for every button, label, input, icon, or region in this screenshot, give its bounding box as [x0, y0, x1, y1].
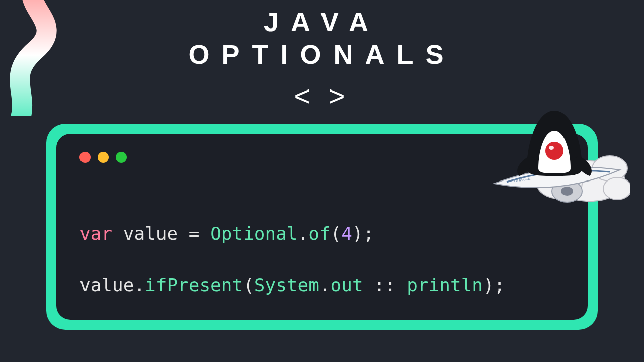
- code-card: var value = Optional.of(4); value.ifPres…: [56, 134, 588, 320]
- minimize-icon: [98, 152, 109, 163]
- zoom-icon: [116, 152, 127, 163]
- code-operator: =: [189, 223, 200, 244]
- code-class: Optional: [210, 223, 297, 244]
- title-line-1: JAVA: [0, 7, 644, 37]
- code-number: 4: [341, 223, 352, 244]
- code-method: println: [407, 275, 483, 295]
- code-method: out: [331, 275, 363, 295]
- code-method: of: [308, 223, 330, 244]
- code-method: ifPresent: [145, 275, 243, 295]
- code-snippet: var value = Optional.of(4); value.ifPres…: [79, 193, 565, 326]
- page-title: JAVA OPTIONALS: [0, 7, 644, 70]
- code-class: System: [254, 275, 319, 295]
- close-icon: [79, 152, 91, 163]
- code-identifier: value: [79, 275, 134, 295]
- title-line-2: OPTIONALS: [0, 40, 644, 69]
- code-keyword: var: [79, 223, 112, 244]
- code-identifier: value: [123, 223, 178, 244]
- code-card-frame: var value = Optional.of(4); value.ifPres…: [46, 124, 598, 330]
- window-traffic-lights: [79, 152, 565, 163]
- angle-brackets-decoration: < >: [0, 79, 644, 112]
- svg-point-3: [603, 177, 630, 200]
